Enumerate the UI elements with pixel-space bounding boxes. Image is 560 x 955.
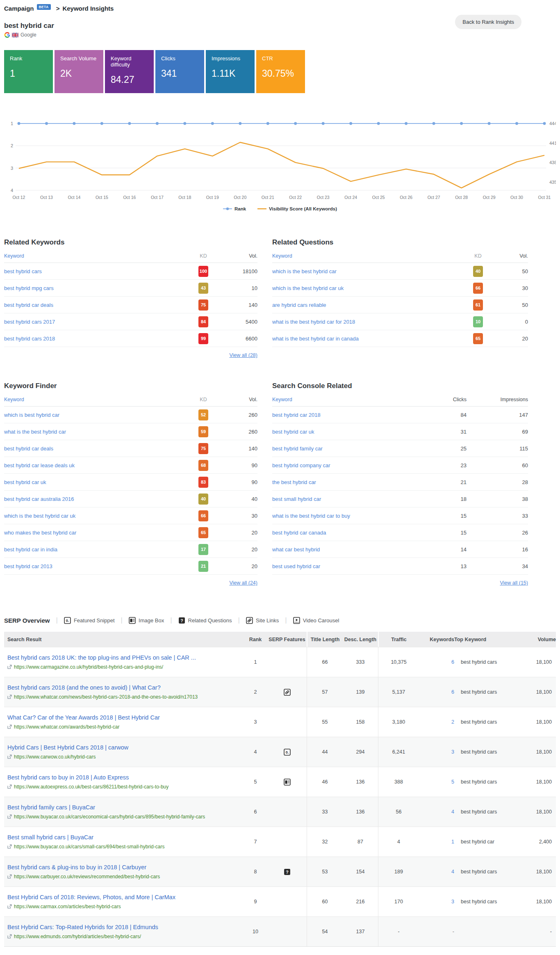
cell-keyword[interactable]: best hybrid car canada [272,530,430,536]
serp-result-url[interactable]: https://www.buyacar.co.uk/cars/small-car… [14,843,164,850]
serp-result-title[interactable]: Best hybrid cars 2018 UK: the top plug-i… [7,654,237,661]
serp-column-header: Title Length [307,632,343,647]
svg-text:Oct 21: Oct 21 [262,195,274,200]
serp-result-title[interactable]: Best hybrid cars to buy in 2018 | Auto E… [7,774,237,781]
cell-keyword[interactable]: best hybrid car deals [4,446,190,452]
rank-point[interactable] [377,122,380,125]
rank-point[interactable] [18,122,20,125]
cell-keyword[interactable]: best hybrid family car [272,446,430,452]
rank-point[interactable] [294,122,297,125]
cell-keyword[interactable]: best hybrid car australia 2016 [4,496,190,502]
cell-keyword[interactable]: best hybrid car 2013 [4,563,190,569]
serp-result-url[interactable]: https://www.carwow.co.uk/hybrid-cars [14,754,96,760]
serp-keywords-count[interactable]: 4 [451,809,454,815]
serp-result-url[interactable]: https://www.carbuyer.co.uk/reviews/recom… [14,873,160,880]
serp-result-title[interactable]: What Car? Car of the Year Awards 2018 | … [7,714,237,721]
legend-item-rank[interactable]: Rank [223,206,246,211]
cell-keyword[interactable]: best small hybrid car [272,496,430,502]
cell-keyword[interactable]: best hybrid car lease deals uk [4,462,190,468]
serp-keywords-count[interactable]: 3 [451,899,454,905]
serp-result-url[interactable]: https://www.autoexpress.co.uk/best-cars/… [14,784,168,790]
serp-result-url[interactable]: https://www.carmagazine.co.uk/hybrid/bes… [14,664,163,670]
cell-keyword[interactable]: which is the best hybrid car [272,268,465,274]
serp-result-title[interactable]: Best hybrid family cars | BuyaCar [7,804,237,811]
cell-keyword[interactable]: best hybrid cars 2017 [4,319,190,325]
cell-keyword[interactable]: best hybrid cars 2018 [4,336,190,342]
serp-result-url[interactable]: https://www.edmunds.com/hybrid/articles/… [14,933,141,940]
serp-result-title[interactable]: Best small hybrid cars | BuyaCar [7,834,237,841]
cell-keyword[interactable]: what car best hybrid [272,546,430,553]
serp-keywords-count[interactable]: 4 [451,869,454,875]
column-header-vol: Vol. [216,397,257,402]
rank-point[interactable] [405,122,407,125]
serp-keywords-count[interactable]: 3 [451,749,454,755]
rank-point[interactable] [239,122,241,125]
svg-text:441: 441 [549,141,556,146]
serp-result-url[interactable]: https://www.whatcar.com/awards/best-hybr… [14,724,119,730]
cell-keyword[interactable]: who makes the best hybrid car [4,530,190,536]
cell-keyword[interactable]: are hybrid cars reliable [272,302,465,308]
cell-keyword[interactable]: which is the best hybrid car uk [272,285,465,291]
rank-point[interactable] [543,122,546,125]
rank-point[interactable] [73,122,76,125]
legend-item-visibility-score[interactable]: Visibility Score (All Keywords) [257,206,337,211]
serp-keywords-count[interactable]: 6 [451,689,454,695]
video-carousel-icon [293,617,300,624]
breadcrumb-campaign[interactable]: Campaign [4,5,34,12]
serp-rank-cell: 3 [244,707,267,737]
view-all-link[interactable]: View all (24) [4,580,257,586]
rank-point[interactable] [128,122,131,125]
cell-keyword[interactable]: best hybrid company car [272,462,430,468]
view-all-link[interactable]: View all (28) [4,352,257,358]
cell-keyword[interactable]: best hybrid car uk [4,479,190,485]
rank-point[interactable] [515,122,518,125]
view-all-link[interactable]: View all (15) [272,580,528,586]
cell-keyword[interactable]: best used hybrid car [272,563,430,569]
rank-point[interactable] [100,122,103,125]
serp-keywords-count[interactable]: 2 [451,719,454,725]
serp-keywords-count[interactable]: 1 [451,839,454,845]
serp-legend-item: 0.Featured Snippet [64,617,115,624]
cell-keyword[interactable]: which is the best hybrid car uk [4,513,190,519]
rank-point[interactable] [156,122,159,125]
serp-result-cell: Best hybrid cars 2018 UK: the top plug-i… [4,647,244,677]
cell-keyword[interactable]: the best hybrid car [272,479,430,485]
cell-keyword[interactable]: what is the best hybrid car in canada [272,336,465,342]
cell-keyword[interactable]: best hybrid car deals [4,302,190,308]
cell-keyword[interactable]: best hybrid cars [4,268,190,274]
kd-badge: 40 [473,266,483,277]
rank-point[interactable] [266,122,269,125]
serp-result-title[interactable]: Best hybrid cars 2018 (and the ones to a… [7,684,237,691]
serp-result-title[interactable]: Best Hybrid Cars: Top-Rated Hybrids for … [7,923,237,931]
rank-point[interactable] [349,122,352,125]
cell-keyword[interactable]: what is the best hybrid car [4,429,190,435]
rank-point[interactable] [460,122,463,125]
rank-point[interactable] [433,122,435,125]
kd-badge: 52 [198,409,208,420]
rank-point[interactable] [45,122,48,125]
rank-point[interactable] [211,122,214,125]
cell-kd: 66 [465,283,491,294]
back-to-rank-insights-button[interactable]: Back to Rank Insights [455,15,521,29]
rank-point[interactable] [322,122,325,125]
cell-keyword[interactable]: which is best hybrid car [4,412,190,418]
cell-keyword[interactable]: what is the best hybrid car to buy [272,513,430,519]
cell-keyword[interactable]: best hybrid car 2018 [272,412,430,418]
cell-keyword[interactable]: best hybrid mpg cars [4,285,190,291]
serp-result-url[interactable]: https://www.whatcar.com/news/best-hybrid… [14,694,198,700]
cell-impressions: 60 [467,462,528,468]
cell-keyword[interactable]: what is the best hybrid car for 2018 [272,319,465,325]
serp-legend-item: Video Carousel [293,617,339,624]
legend-label-visibility-score: Visibility Score (All Keywords) [269,206,337,211]
cell-keyword[interactable]: best hybrid car in india [4,546,190,553]
serp-result-url[interactable]: https://www.carmax.com/articles/best-hyb… [14,903,121,910]
serp-keywords-count[interactable]: 6 [451,659,454,665]
rank-point[interactable] [488,122,491,125]
serp-result-title[interactable]: Best hybrid cars & plug-ins to buy in 20… [7,864,237,871]
serp-result-title[interactable]: Best Hybrid Cars of 2018: Reviews, Photo… [7,893,237,901]
serp-keywords-count[interactable]: 5 [451,779,454,785]
rank-point[interactable] [183,122,186,125]
cell-keyword[interactable]: best hybrid car uk [272,429,430,435]
serp-result-title[interactable]: Hybrid Cars | Best Hybrid Cars 2018 | ca… [7,744,237,751]
serp-result-url[interactable]: https://www.buyacar.co.uk/cars/economica… [14,813,205,820]
